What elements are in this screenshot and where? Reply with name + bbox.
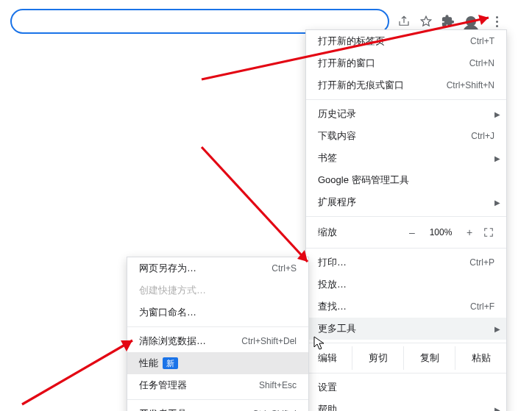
zoom-out-button[interactable]: – <box>402 226 422 238</box>
menu-more-tools[interactable]: 更多工具▶ <box>306 318 506 340</box>
menu-history[interactable]: 历史记录▶ <box>306 103 506 125</box>
edit-cut[interactable]: 剪切 <box>352 346 403 370</box>
menu-find[interactable]: 查找…Ctrl+F <box>306 296 506 318</box>
menu-new-incognito[interactable]: 打开新的无痕式窗口Ctrl+Shift+N <box>306 74 506 96</box>
menu-separator <box>306 216 506 217</box>
share-icon[interactable] <box>397 14 411 29</box>
sub-task-manager[interactable]: 任务管理器Shift+Esc <box>127 374 308 396</box>
chevron-right-icon: ▶ <box>494 325 500 333</box>
menu-new-tab[interactable]: 打开新的标签页Ctrl+T <box>306 30 506 52</box>
menu-settings[interactable]: 设置 <box>306 376 506 399</box>
menu-print[interactable]: 打印…Ctrl+P <box>306 251 506 274</box>
menu-downloads[interactable]: 下载内容Ctrl+J <box>306 125 506 147</box>
bookmark-star-icon[interactable] <box>419 14 433 29</box>
menu-separator <box>306 343 506 343</box>
chrome-main-menu: 打开新的标签页Ctrl+T 打开新的窗口Ctrl+N 打开新的无痕式窗口Ctrl… <box>305 29 507 411</box>
new-badge: 新 <box>163 357 178 369</box>
menu-cast[interactable]: 投放… <box>306 274 506 296</box>
menu-separator <box>127 399 308 400</box>
sub-name-window[interactable]: 为窗口命名… <box>127 301 308 324</box>
menu-separator <box>306 99 506 100</box>
zoom-value: 100% <box>422 227 459 237</box>
menu-password-manager[interactable]: Google 密码管理工具 <box>306 169 506 191</box>
sub-clear-browsing-data[interactable]: 清除浏览数据…Ctrl+Shift+Del <box>127 330 308 352</box>
chrome-menu-button[interactable] <box>486 11 507 32</box>
sub-developer-tools[interactable]: 开发者工具Ctrl+Shift+I <box>127 403 308 411</box>
svg-line-4 <box>22 340 132 404</box>
fullscreen-icon[interactable] <box>480 225 497 240</box>
menu-bookmarks[interactable]: 书签▶ <box>306 147 506 169</box>
menu-edit-row: 编辑 剪切 复制 粘贴 <box>306 346 506 370</box>
perf-label: 性能 <box>139 357 158 368</box>
zoom-label: 缩放 <box>318 226 402 239</box>
zoom-in-button[interactable]: + <box>459 226 480 238</box>
menu-separator <box>306 248 506 249</box>
menu-zoom-row: 缩放 – 100% + <box>306 220 506 245</box>
mouse-cursor-icon <box>313 336 325 354</box>
edit-paste[interactable]: 粘贴 <box>455 346 506 370</box>
svg-line-2 <box>202 147 308 262</box>
chevron-right-icon: ▶ <box>494 199 500 207</box>
menu-help[interactable]: 帮助▶ <box>306 399 506 411</box>
more-tools-submenu: 网页另存为…Ctrl+S 创建快捷方式… 为窗口命名… 清除浏览数据…Ctrl+… <box>127 257 309 411</box>
sub-performance[interactable]: 性能新 <box>127 352 308 374</box>
profile-avatar[interactable] <box>463 13 479 29</box>
menu-separator <box>306 373 506 374</box>
menu-extensions[interactable]: 扩展程序▶ <box>306 191 506 213</box>
chevron-right-icon: ▶ <box>494 154 500 162</box>
sub-save-page-as[interactable]: 网页另存为…Ctrl+S <box>127 257 308 279</box>
edit-copy[interactable]: 复制 <box>403 346 455 370</box>
menu-new-window[interactable]: 打开新的窗口Ctrl+N <box>306 52 506 74</box>
menu-separator <box>127 326 308 327</box>
chevron-right-icon: ▶ <box>494 406 500 412</box>
extensions-icon[interactable] <box>441 14 455 29</box>
chevron-right-icon: ▶ <box>494 110 500 118</box>
sub-create-shortcut: 创建快捷方式… <box>127 279 308 301</box>
